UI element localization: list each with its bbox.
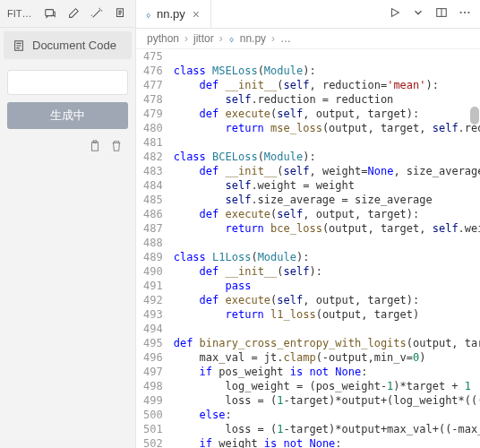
code-line[interactable]: class BCELoss(Module): bbox=[174, 150, 480, 164]
code-line[interactable] bbox=[174, 135, 480, 150]
code-line[interactable] bbox=[174, 322, 480, 336]
chevron-right-icon: › bbox=[219, 32, 223, 45]
clipboard-icon[interactable] bbox=[89, 140, 101, 155]
more-icon[interactable] bbox=[459, 6, 471, 22]
line-number: 475 bbox=[143, 49, 163, 64]
line-number: 486 bbox=[143, 207, 163, 221]
line-number: 495 bbox=[143, 336, 163, 350]
code-line[interactable]: def execute(self, output, target): bbox=[174, 293, 480, 307]
tab-bar: ⬨ nn.py × bbox=[136, 0, 480, 29]
code-line[interactable]: max_val = jt.clamp(-output,min_v=0) bbox=[174, 350, 480, 365]
sidebar-header: FITT… bbox=[0, 0, 135, 28]
code-line[interactable]: def execute(self, output, target): bbox=[174, 207, 480, 221]
line-number: 502 bbox=[143, 436, 163, 448]
line-number: 497 bbox=[143, 365, 163, 379]
vertical-scrollbar[interactable] bbox=[467, 49, 480, 448]
generate-button[interactable]: 生成中 bbox=[7, 102, 128, 129]
line-number: 490 bbox=[143, 264, 163, 279]
sidebar-body: 生成中 bbox=[0, 63, 135, 166]
svg-point-8 bbox=[467, 12, 469, 13]
sidebar-title: FITT… bbox=[7, 8, 35, 19]
chevron-right-icon: › bbox=[184, 32, 188, 45]
line-number: 491 bbox=[143, 279, 163, 293]
code-line[interactable]: def execute(self, output, target): bbox=[174, 107, 480, 121]
tab-label: nn.py bbox=[157, 7, 185, 21]
code-line[interactable]: self.reduction = reduction bbox=[174, 92, 480, 107]
code-line[interactable]: def __init__(self, reduction='mean'): bbox=[174, 78, 480, 92]
code-line[interactable]: return mse_loss(output, target, self.red… bbox=[174, 121, 480, 135]
edit-icon[interactable] bbox=[65, 5, 81, 22]
line-number: 500 bbox=[143, 408, 163, 422]
line-number: 493 bbox=[143, 307, 163, 322]
code-line[interactable] bbox=[174, 49, 480, 64]
code-line[interactable]: log_weight = (pos_weight-1)*target + 1 bbox=[174, 379, 480, 393]
breadcrumb-seg[interactable]: python bbox=[147, 32, 179, 45]
breadcrumb[interactable]: python › jittor › ⬨ nn.py › … bbox=[136, 29, 480, 49]
svg-point-6 bbox=[460, 12, 462, 13]
code-line[interactable]: class MSELoss(Module): bbox=[174, 64, 480, 78]
close-icon[interactable]: × bbox=[191, 7, 201, 22]
line-number: 496 bbox=[143, 350, 163, 365]
python-file-icon: ⬨ bbox=[145, 8, 151, 21]
line-number: 488 bbox=[143, 236, 163, 250]
code-line[interactable]: loss = (1-target)*output+max_val+((-max_… bbox=[174, 422, 480, 436]
svg-point-7 bbox=[464, 12, 466, 13]
breadcrumb-seg[interactable]: jittor bbox=[193, 32, 214, 45]
code-line[interactable]: def __init__(self): bbox=[174, 264, 480, 279]
line-number: 479 bbox=[143, 107, 163, 121]
copy-file-icon[interactable] bbox=[112, 5, 128, 22]
line-number: 476 bbox=[143, 64, 163, 78]
wand-icon[interactable] bbox=[89, 5, 105, 22]
code-line[interactable]: if pos_weight is not None: bbox=[174, 365, 480, 379]
breadcrumb-seg[interactable]: … bbox=[280, 32, 291, 45]
code-line[interactable]: return l1_loss(output, target) bbox=[174, 307, 480, 322]
python-file-icon: ⬨ bbox=[228, 32, 235, 45]
code-line[interactable]: pass bbox=[174, 279, 480, 293]
main: ⬨ nn.py × python › jittor › ⬨ nn.py › … … bbox=[136, 0, 480, 448]
chevron-down-icon[interactable] bbox=[412, 6, 424, 22]
line-number: 492 bbox=[143, 293, 163, 307]
document-code-item[interactable]: Document Code bbox=[4, 31, 132, 59]
line-number-gutter: 4754764774784794804814824834844854864874… bbox=[136, 49, 174, 448]
line-number: 484 bbox=[143, 178, 163, 193]
line-number: 498 bbox=[143, 379, 163, 393]
line-number: 499 bbox=[143, 393, 163, 408]
code-line[interactable]: self.weight = weight bbox=[174, 178, 480, 193]
breadcrumb-seg[interactable]: nn.py bbox=[240, 32, 266, 45]
code-content[interactable]: class MSELoss(Module): def __init__(self… bbox=[174, 49, 480, 448]
line-number: 478 bbox=[143, 92, 163, 107]
trash-icon[interactable] bbox=[110, 140, 123, 155]
code-line[interactable]: self.size_average = size_average bbox=[174, 193, 480, 207]
code-line[interactable] bbox=[174, 236, 480, 250]
chevron-right-icon: › bbox=[271, 32, 275, 45]
svg-rect-3 bbox=[92, 142, 99, 151]
line-number: 482 bbox=[143, 150, 163, 164]
code-line[interactable]: if weight is not None: bbox=[174, 436, 480, 448]
document-code-label: Document Code bbox=[32, 39, 116, 52]
code-line[interactable]: def binary_cross_entropy_with_logits(out… bbox=[174, 336, 480, 350]
sidebar-input[interactable] bbox=[7, 70, 128, 95]
line-number: 481 bbox=[143, 135, 163, 150]
line-number: 494 bbox=[143, 322, 163, 336]
line-number: 501 bbox=[143, 422, 163, 436]
code-line[interactable]: else: bbox=[174, 408, 480, 422]
svg-rect-0 bbox=[46, 10, 54, 16]
code-line[interactable]: return bce_loss(output, target, self.wei… bbox=[174, 221, 480, 236]
line-number: 487 bbox=[143, 221, 163, 236]
scrollbar-thumb[interactable] bbox=[470, 107, 479, 125]
new-chat-icon[interactable] bbox=[42, 5, 58, 22]
split-editor-icon[interactable] bbox=[435, 6, 448, 22]
sidebar: FITT… Document Code 生成中 bbox=[0, 0, 136, 448]
line-number: 477 bbox=[143, 78, 163, 92]
document-icon bbox=[13, 39, 25, 52]
line-number: 485 bbox=[143, 193, 163, 207]
code-editor[interactable]: 4754764774784794804814824834844854864874… bbox=[136, 49, 480, 448]
code-line[interactable]: loss = (1-target)*output+(log_weight*(((… bbox=[174, 393, 480, 408]
line-number: 489 bbox=[143, 250, 163, 264]
code-line[interactable]: class L1Loss(Module): bbox=[174, 250, 480, 264]
run-icon[interactable] bbox=[389, 6, 401, 22]
line-number: 480 bbox=[143, 121, 163, 135]
tab-nn-py[interactable]: ⬨ nn.py × bbox=[136, 0, 211, 28]
code-line[interactable]: def __init__(self, weight=None, size_ave… bbox=[174, 164, 480, 178]
line-number: 483 bbox=[143, 164, 163, 178]
